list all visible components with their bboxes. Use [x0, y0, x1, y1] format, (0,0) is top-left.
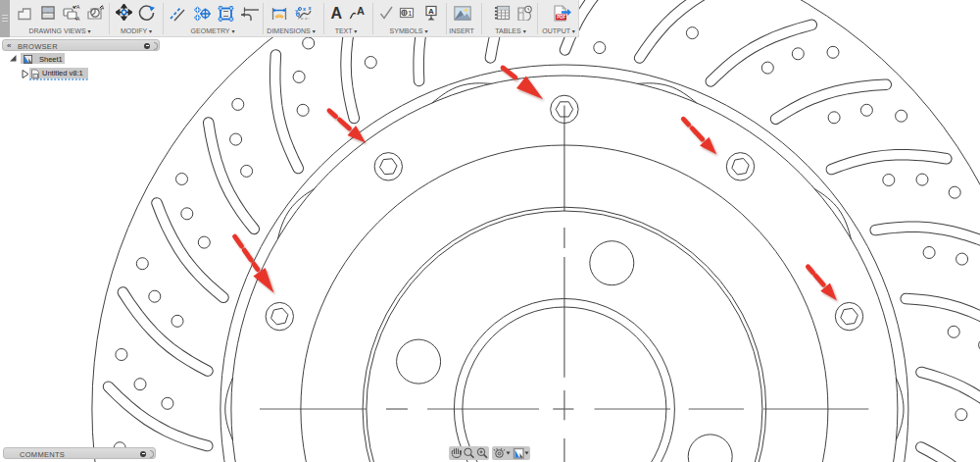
svg-text:PDF: PDF: [557, 15, 565, 20]
svg-text:A: A: [76, 5, 80, 10]
svg-text:A: A: [357, 5, 365, 17]
svg-text:A: A: [428, 7, 434, 16]
svg-text:1: 1: [408, 9, 413, 18]
svg-text:x: x: [303, 6, 307, 12]
svg-text:A: A: [101, 5, 104, 11]
svg-text:x: x: [309, 6, 313, 11]
svg-text:A: A: [331, 5, 343, 21]
svg-text:A: A: [76, 16, 80, 22]
